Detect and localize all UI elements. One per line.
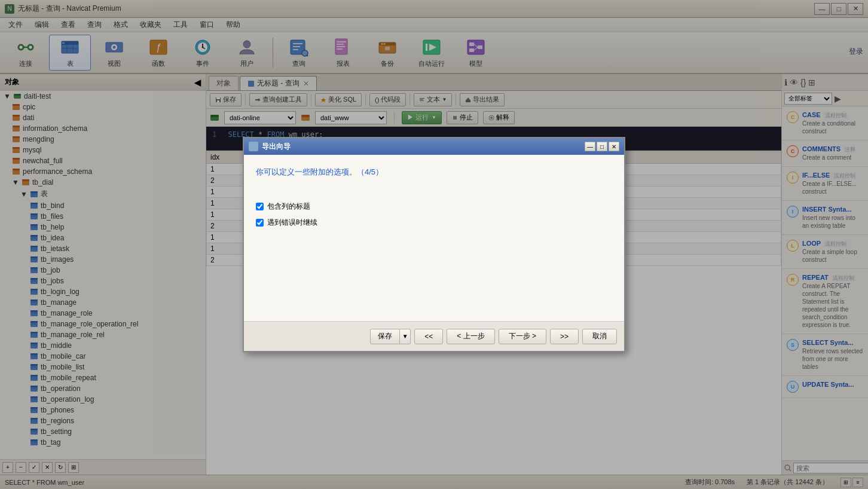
modal-maximize-button[interactable]: □: [597, 142, 607, 151]
modal-close-button[interactable]: ✕: [609, 142, 619, 151]
modal-checkbox-row-1: 包含列的标题: [256, 201, 612, 212]
modal-prev-button[interactable]: < 上一步: [447, 329, 494, 344]
modal-content: 你可以定义一些附加的选项。（4/5） 包含列的标题 遇到错误时继续: [244, 155, 624, 321]
modal-checkbox-row-2: 遇到错误时继续: [256, 218, 612, 228]
modal-options-area: 包含列的标题 遇到错误时继续: [256, 190, 612, 309]
modal-first-button[interactable]: <<: [414, 329, 443, 344]
modal-last-button[interactable]: >>: [550, 329, 579, 344]
include-headers-checkbox[interactable]: [256, 203, 264, 210]
modal-save-split-button: 保存 ▼: [370, 329, 411, 344]
modal-next-button[interactable]: 下一步 >: [499, 329, 546, 344]
modal-overlay: 导出向导 — □ ✕ 你可以定义一些附加的选项。（4/5） 包含列的标题 遇到错…: [0, 0, 868, 489]
continue-on-error-checkbox[interactable]: [256, 219, 264, 227]
modal-minimize-button[interactable]: —: [585, 142, 595, 151]
modal-title-bar: 导出向导 — □ ✕: [244, 138, 624, 155]
modal-step-text: 你可以定义一些附加的选项。（4/5）: [256, 167, 612, 178]
modal-footer: 保存 ▼ << < 上一步 下一步 > >> 取消: [244, 321, 624, 351]
modal-icon: [249, 142, 258, 151]
modal-cancel-button[interactable]: 取消: [582, 329, 617, 344]
modal-save-dropdown-button[interactable]: ▼: [400, 329, 411, 344]
modal-save-button[interactable]: 保存: [370, 329, 400, 344]
export-wizard-modal: 导出向导 — □ ✕ 你可以定义一些附加的选项。（4/5） 包含列的标题 遇到错…: [243, 137, 625, 352]
